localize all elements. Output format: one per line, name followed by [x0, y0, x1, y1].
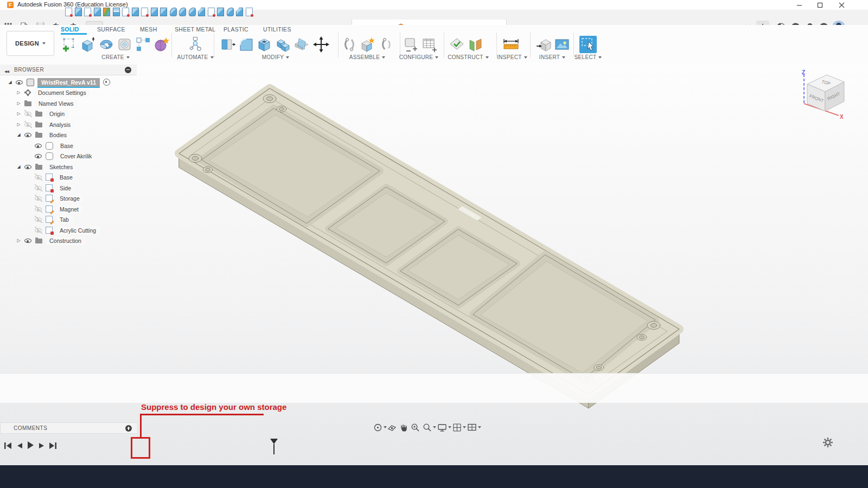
- tab-surface[interactable]: SURFACE: [97, 26, 125, 33]
- model-viewport[interactable]: Z X TOP FRONT RIGHT BROWSER WristRest_Re…: [0, 63, 868, 465]
- pattern-button[interactable]: [135, 36, 152, 53]
- configure-button[interactable]: [403, 36, 420, 53]
- expand-arrow-icon[interactable]: [16, 101, 21, 106]
- fillet-button[interactable]: [238, 36, 255, 53]
- timeline-feature-sketch[interactable]: [141, 8, 148, 16]
- revolve-button[interactable]: [98, 36, 115, 53]
- timeline-go-to-start-button[interactable]: [3, 440, 13, 451]
- visibility-eye-off-icon[interactable]: [24, 110, 32, 117]
- browser-item-sketches[interactable]: Sketches: [16, 162, 76, 171]
- minimize-button[interactable]: [791, 0, 807, 10]
- visibility-eye-icon[interactable]: [24, 163, 32, 170]
- midplane-button[interactable]: [467, 36, 484, 53]
- select-button[interactable]: [579, 36, 597, 53]
- measure-button[interactable]: [502, 36, 520, 53]
- timeline-feature-extrude[interactable]: [151, 8, 158, 16]
- tab-plastic[interactable]: PLASTIC: [224, 26, 248, 33]
- visibility-eye-off-icon[interactable]: [35, 206, 42, 213]
- group-label-insert[interactable]: INSERT: [534, 54, 570, 60]
- timeline-feature-combine[interactable]: [103, 8, 110, 16]
- visibility-eye-off-icon[interactable]: [24, 121, 32, 128]
- browser-item-origin[interactable]: Origin: [16, 109, 68, 118]
- expand-arrow-icon[interactable]: [16, 132, 21, 137]
- tab-sheet-metal[interactable]: SHEET METAL: [175, 26, 215, 33]
- create-form-button[interactable]: [153, 36, 170, 53]
- browser-item-sketch-magnet[interactable]: Magnet: [35, 204, 82, 214]
- shell-button[interactable]: [256, 36, 273, 53]
- expand-arrow-icon[interactable]: [16, 238, 21, 243]
- timeline-feature-sketch[interactable]: [246, 8, 253, 16]
- timeline-feature-sketch[interactable]: [65, 8, 72, 16]
- visibility-eye-off-icon[interactable]: [35, 227, 42, 234]
- group-label-configure[interactable]: CONFIGURE: [396, 54, 442, 60]
- view-cube[interactable]: Z X TOP FRONT RIGHT: [786, 68, 856, 122]
- new-component-button[interactable]: [359, 36, 376, 53]
- timeline-feature-extrude[interactable]: [217, 8, 224, 16]
- timeline-feature-extrude[interactable]: [75, 8, 82, 16]
- browser-item-named-views[interactable]: Named Views: [16, 99, 78, 108]
- browser-item-bodies[interactable]: Bodies: [16, 130, 71, 139]
- pan-button[interactable]: [399, 422, 408, 432]
- browser-item-body-base[interactable]: Base: [35, 141, 77, 150]
- grid-snaps-button[interactable]: [452, 422, 466, 432]
- timeline-settings-gear-icon[interactable]: [822, 437, 833, 450]
- browser-item-root[interactable]: WristRest_RevA v11: [8, 78, 110, 87]
- group-label-create[interactable]: CREATE: [97, 54, 135, 60]
- visibility-eye-icon[interactable]: [35, 152, 42, 159]
- timeline-feature-extrude-flat[interactable]: [113, 8, 120, 16]
- browser-item-body-cover-akrilik[interactable]: Cover Akrilik: [35, 151, 95, 160]
- visibility-eye-icon[interactable]: [24, 237, 32, 244]
- move-copy-button[interactable]: [312, 36, 330, 53]
- timeline-feature-sketch[interactable]: [208, 8, 215, 16]
- timeline-feature-fillet[interactable]: [179, 8, 186, 16]
- add-comment-icon[interactable]: [125, 425, 132, 432]
- group-label-select[interactable]: SELECT: [569, 54, 607, 60]
- expand-arrow-icon[interactable]: [16, 164, 21, 169]
- visibility-eye-off-icon[interactable]: [35, 195, 42, 202]
- timeline-feature-extrude[interactable]: [132, 8, 139, 16]
- visibility-eye-icon[interactable]: [24, 131, 32, 138]
- expand-arrow-icon[interactable]: [8, 80, 12, 85]
- timeline-feature-fillet[interactable]: [189, 8, 196, 16]
- group-label-modify[interactable]: MODIFY: [258, 54, 293, 60]
- expand-arrow-icon[interactable]: [16, 90, 21, 95]
- timeline-feature-extrude[interactable]: [94, 8, 101, 16]
- group-label-automate[interactable]: AUTOMATE: [174, 54, 217, 60]
- browser-item-document-settings[interactable]: Document Settings: [16, 88, 90, 97]
- press-pull-button[interactable]: [219, 36, 237, 53]
- hole-button[interactable]: [116, 36, 133, 53]
- browser-item-sketch-side[interactable]: Side: [35, 183, 75, 192]
- display-settings-button[interactable]: [437, 422, 451, 432]
- tab-utilities[interactable]: UTILITIES: [263, 26, 291, 33]
- maximize-button[interactable]: [812, 0, 828, 10]
- browser-remove-icon[interactable]: [125, 67, 131, 73]
- look-at-button[interactable]: [387, 422, 397, 432]
- zoom-button[interactable]: [423, 422, 436, 432]
- timeline-play-button[interactable]: [25, 440, 35, 451]
- configuration-table-button[interactable]: [421, 36, 438, 53]
- orbit-button[interactable]: [373, 422, 387, 432]
- viewports-button[interactable]: [467, 422, 481, 432]
- timeline-feature-sketch[interactable]: [122, 8, 129, 16]
- expand-arrow-icon[interactable]: [16, 122, 21, 127]
- group-label-inspect[interactable]: INSPECT: [495, 54, 529, 60]
- comments-panel-header[interactable]: COMMENTS: [0, 422, 138, 434]
- extrude-button[interactable]: [79, 36, 97, 53]
- browser-item-analysis[interactable]: Analysis: [16, 120, 74, 129]
- combine-button[interactable]: [275, 36, 292, 53]
- timeline-feature-fillet[interactable]: [170, 8, 177, 16]
- browser-item-sketch-base[interactable]: Base: [35, 172, 76, 182]
- timeline-feature-chamfer[interactable]: [236, 8, 243, 16]
- visibility-eye-icon[interactable]: [35, 142, 42, 149]
- construct-plane-button[interactable]: [448, 36, 465, 53]
- browser-panel-header[interactable]: BROWSER: [0, 65, 137, 75]
- create-sketch-button[interactable]: [61, 36, 78, 53]
- timeline-feature-chamfer[interactable]: [198, 8, 205, 16]
- collapse-panel-icon[interactable]: [4, 65, 9, 75]
- joint-origin-button[interactable]: [378, 36, 395, 53]
- timeline-feature-fillet[interactable]: [227, 8, 234, 16]
- insert-derive-button[interactable]: [535, 36, 552, 53]
- timeline-step-back-button[interactable]: [15, 440, 24, 451]
- timeline-step-forward-button[interactable]: [37, 440, 47, 451]
- insert-canvas-button[interactable]: [553, 36, 571, 53]
